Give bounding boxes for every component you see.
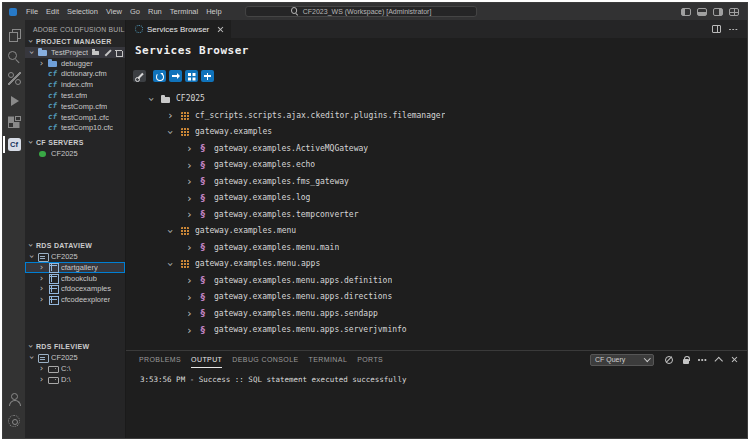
- more-actions-button[interactable]: [698, 355, 707, 364]
- tree-item[interactable]: gateway.examples.log: [126, 190, 747, 207]
- edit-icon[interactable]: [103, 48, 111, 56]
- tree-item[interactable]: D:\: [25, 374, 125, 385]
- refresh-icon: [153, 70, 166, 82]
- activity-extensions[interactable]: [3, 112, 25, 133]
- tree-item[interactable]: cf_scripts.scripts.ajax.ckeditor.plugins…: [126, 108, 747, 125]
- services-grid-button[interactable]: [185, 70, 198, 82]
- tree-item[interactable]: cfartgallery: [25, 262, 125, 273]
- database-icon: [48, 273, 58, 283]
- panel-tab-ports[interactable]: PORTS: [357, 351, 383, 368]
- close-panel-button[interactable]: [730, 356, 738, 364]
- panel-tab-output[interactable]: OUTPUT: [191, 351, 222, 368]
- services-add-button[interactable]: [201, 70, 214, 82]
- maximize-panel-button[interactable]: [714, 355, 723, 364]
- tree-item[interactable]: gateway.examples.menu.apps.definition: [126, 273, 747, 290]
- server-item[interactable]: CF2025: [25, 148, 125, 159]
- section-cf-servers[interactable]: CF SERVERS: [25, 137, 125, 148]
- tree-item[interactable]: testComp10.cfc: [25, 123, 125, 134]
- tree-item[interactable]: CF2025: [126, 91, 747, 108]
- panel-tab-debug-console[interactable]: DEBUG CONSOLE: [232, 351, 298, 368]
- drive-icon: [48, 374, 58, 384]
- tree-item[interactable]: C:\: [25, 363, 125, 374]
- menu-bar: FileEditSelectionViewGoRunTerminalHelp: [22, 5, 226, 18]
- package-icon: [180, 127, 190, 137]
- lock-scroll-button[interactable]: [681, 355, 691, 365]
- activity-settings[interactable]: [3, 410, 25, 431]
- tree-item[interactable]: cfbookclub: [25, 273, 125, 284]
- tree-item[interactable]: dictionary.cfm: [25, 69, 125, 80]
- tree-item[interactable]: gateway.examples.tempconverter: [126, 207, 747, 224]
- panel-tab-problems[interactable]: PROBLEMS: [139, 351, 181, 368]
- chevron-up-icon: [714, 355, 723, 364]
- activity-explorer[interactable]: [3, 24, 25, 45]
- clear-output-button[interactable]: [664, 355, 674, 365]
- services-filter-button[interactable]: [133, 70, 146, 82]
- more-actions-icon[interactable]: [729, 25, 738, 34]
- tree-item[interactable]: TestProject: [25, 47, 125, 58]
- chevron-right-icon: [38, 284, 45, 293]
- title-bar: FileEditSelectionViewGoRunTerminalHelp C…: [3, 3, 747, 20]
- delete-icon[interactable]: [114, 48, 122, 56]
- tree-item[interactable]: gateway.examples.menu.apps.serverjvminfo: [126, 322, 747, 339]
- services-goto-button[interactable]: [169, 70, 182, 82]
- output-channel-value: CF Query: [595, 356, 625, 363]
- chevron-down-icon: [27, 241, 34, 250]
- tree-item[interactable]: gateway.examples.menu.apps.directions: [126, 289, 747, 306]
- tree-item[interactable]: test.cfm: [25, 90, 125, 101]
- tree-item[interactable]: index.cfm: [25, 79, 125, 90]
- tree-item[interactable]: gateway.examples.menu.main: [126, 240, 747, 257]
- chevron-down-icon: [166, 259, 175, 270]
- add-icon: [201, 70, 214, 82]
- command-center-search[interactable]: CF2023_WS (Workspace) [Administrator]: [245, 6, 477, 18]
- services-refresh-button[interactable]: [153, 70, 166, 82]
- menu-item[interactable]: Go: [126, 5, 144, 18]
- tree-item[interactable]: gateway.examples.menu.apps: [126, 256, 747, 273]
- tree-item[interactable]: testComp1.cfc: [25, 112, 125, 123]
- menu-item[interactable]: Help: [202, 5, 225, 18]
- new-folder-icon[interactable]: [92, 48, 100, 56]
- tree-item[interactable]: debugger: [25, 58, 125, 69]
- menu-item[interactable]: Terminal: [166, 5, 202, 18]
- activity-top: [3, 24, 25, 156]
- database-icon: [48, 295, 58, 305]
- tree-item[interactable]: CF2025: [25, 352, 125, 363]
- menu-item[interactable]: Run: [144, 5, 166, 18]
- section-rds-dataview[interactable]: RDS DATAVIEW: [25, 240, 125, 251]
- toggle-secondary-sidebar-button[interactable]: [713, 8, 723, 16]
- tree-item[interactable]: gateway.examples.fms_gateway: [126, 174, 747, 191]
- output-channel-select[interactable]: CF Query: [590, 354, 654, 366]
- tree-item[interactable]: cfdocexamples: [25, 284, 125, 295]
- drive-icon: [48, 363, 58, 373]
- tree-item[interactable]: testComp.cfm: [25, 101, 125, 112]
- activity-run-debug[interactable]: [3, 90, 25, 111]
- tabs: Services Browser: [126, 20, 231, 38]
- sidebar-title: ADOBE COLDFUSION BUIL...: [33, 26, 125, 33]
- menu-item[interactable]: Selection: [63, 5, 102, 18]
- menu-item[interactable]: Edit: [42, 5, 63, 18]
- activity-coldfusion[interactable]: [3, 134, 25, 155]
- activity-search[interactable]: [3, 46, 25, 67]
- toggle-panel-button[interactable]: [697, 8, 707, 16]
- close-icon[interactable]: [216, 26, 223, 33]
- tab-services-browser[interactable]: Services Browser: [126, 20, 231, 38]
- toggle-sidebar-button[interactable]: [681, 8, 691, 16]
- customize-layout-button[interactable]: [729, 8, 739, 16]
- split-editor-icon[interactable]: [712, 25, 721, 33]
- menu-item[interactable]: View: [102, 5, 126, 18]
- package-icon: [180, 226, 190, 236]
- activity-source-control[interactable]: [3, 68, 25, 89]
- activity-accounts[interactable]: [3, 388, 25, 409]
- section-project-manager[interactable]: PROJECT MANAGER: [25, 36, 125, 47]
- search-icon: [291, 7, 299, 15]
- tree-item[interactable]: gateway.examples.menu.apps.sendapp: [126, 306, 747, 323]
- tree-item[interactable]: gateway.examples: [126, 124, 747, 141]
- tree-item[interactable]: gateway.examples.ActiveMQGateway: [126, 141, 747, 158]
- package-icon: [180, 111, 190, 121]
- tree-item[interactable]: cfcodeexplorer: [25, 294, 125, 305]
- tree-item[interactable]: CF2025: [25, 251, 125, 262]
- tree-item[interactable]: gateway.examples.echo: [126, 157, 747, 174]
- section-rds-fileview[interactable]: RDS FILEVIEW: [25, 341, 125, 352]
- panel-tab-terminal[interactable]: TERMINAL: [309, 351, 348, 368]
- menu-item[interactable]: File: [22, 5, 42, 18]
- tree-item[interactable]: gateway.examples.menu: [126, 223, 747, 240]
